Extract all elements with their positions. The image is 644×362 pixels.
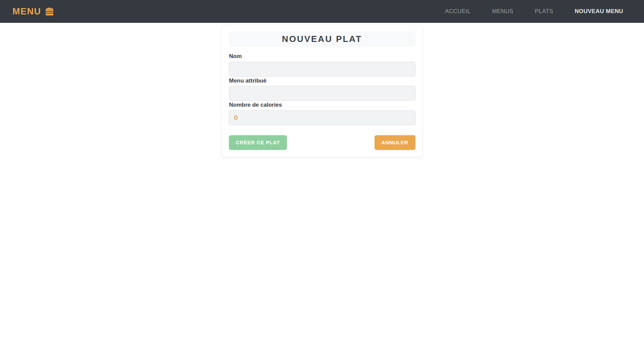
menu-attribue-input[interactable] xyxy=(229,86,415,101)
nav-link-menus[interactable]: MENUS xyxy=(481,8,524,15)
calories-label: Nombre de calories xyxy=(229,102,415,108)
field-group-nom: Nom xyxy=(229,53,415,76)
field-group-calories: Nombre de calories xyxy=(229,102,415,125)
nav-link-nouveau-menu[interactable]: NOUVEAU MENU xyxy=(564,8,634,15)
nav-links: ACCUEIL MENUS PLATS NOUVEAU MENU xyxy=(434,8,634,15)
button-row: CRÉER CE PLAT ANNULER xyxy=(229,135,415,150)
menu-attribue-label: Menu attribué xyxy=(229,78,415,84)
nav-link-accueil[interactable]: ACCUEIL xyxy=(434,8,482,15)
calories-input[interactable] xyxy=(229,110,415,125)
cancel-button[interactable]: ANNULER xyxy=(375,135,415,150)
burger-icon xyxy=(45,7,54,16)
create-dish-button[interactable]: CRÉER CE PLAT xyxy=(229,135,287,150)
nav-link-plats[interactable]: PLATS xyxy=(524,8,564,15)
nom-input[interactable] xyxy=(229,62,415,76)
field-group-menu-attribue: Menu attribué xyxy=(229,78,415,101)
new-dish-card: NOUVEAU PLAT Nom Menu attribué Nombre de… xyxy=(221,25,423,157)
nom-label: Nom xyxy=(229,53,415,60)
main-content: NOUVEAU PLAT Nom Menu attribué Nombre de… xyxy=(0,25,644,157)
navbar: MENU ACCUEIL MENUS PLATS NOUVEAU MENU xyxy=(0,0,644,23)
card-title: NOUVEAU PLAT xyxy=(229,31,415,47)
brand-label: MENU xyxy=(12,6,41,17)
brand-logo[interactable]: MENU xyxy=(12,6,54,17)
